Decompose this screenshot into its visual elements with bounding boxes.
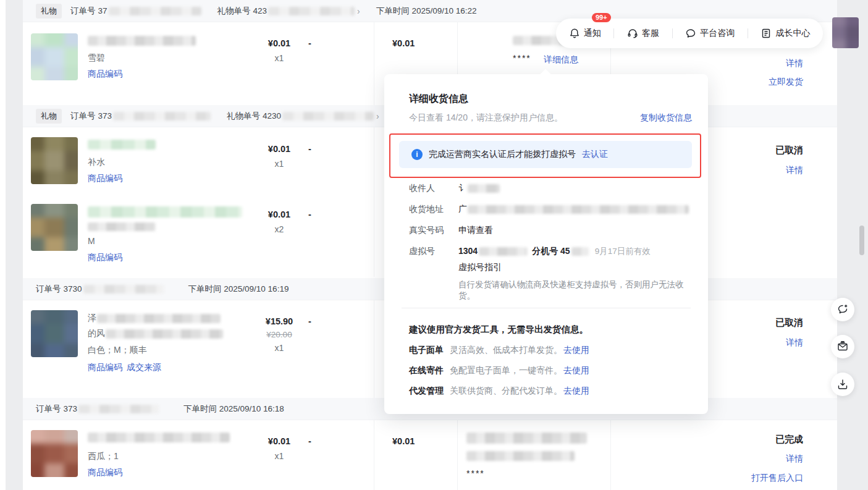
buyer-phone-mask: **** bbox=[466, 468, 485, 478]
platform-consult-button[interactable]: 平台咨询 bbox=[685, 28, 735, 39]
item-price: ¥0.01 bbox=[233, 209, 326, 219]
product-spec: 补水 bbox=[88, 157, 105, 168]
go-use-link[interactable]: 去使用 bbox=[563, 365, 589, 375]
order-total: ¥0.01 bbox=[392, 38, 415, 48]
product-spec: 雪碧 bbox=[88, 53, 105, 64]
tool-name: 代发管理 bbox=[409, 386, 444, 395]
tool-name: 电子面单 bbox=[409, 345, 444, 355]
avatar[interactable] bbox=[832, 17, 859, 48]
product-title-redacted bbox=[88, 433, 230, 442]
popup-view-quota: 今日查看 14/20，请注意保护用户信息。 bbox=[409, 112, 563, 124]
item-price: ¥0.01 bbox=[233, 38, 326, 48]
order-no-prefix: 373 bbox=[64, 404, 78, 413]
messages-fab[interactable] bbox=[831, 335, 854, 358]
virtual-number-guide-link[interactable]: 虚拟号指引 bbox=[458, 262, 502, 273]
product-image[interactable] bbox=[31, 137, 78, 184]
product-title-prefix: 泽 bbox=[88, 313, 96, 324]
gift-no-prefix: 423 bbox=[253, 6, 268, 15]
product-title-redacted bbox=[88, 140, 156, 150]
order-no-prefix: 373 bbox=[98, 111, 112, 120]
order-no-label: 订单号 bbox=[70, 111, 96, 122]
feedback-fab[interactable] bbox=[831, 298, 854, 321]
notification-count-badge: 99+ bbox=[592, 13, 611, 22]
item-price: ¥15.90 bbox=[233, 316, 326, 326]
realname-alert-banner: i 完成运营商实名认证后才能拨打虚拟号 去认证 bbox=[399, 141, 692, 168]
go-use-link[interactable]: 去使用 bbox=[563, 345, 589, 355]
product-code-link[interactable]: 商品编码 bbox=[88, 69, 122, 80]
growth-center-button[interactable]: 成长中心 bbox=[761, 28, 810, 39]
product-code-link[interactable]: 商品编码 bbox=[88, 467, 122, 478]
order-status: 已完成 bbox=[610, 434, 803, 446]
order-no-redacted bbox=[83, 285, 164, 294]
product-image[interactable] bbox=[31, 33, 78, 80]
gift-no-label: 礼物单号 bbox=[217, 6, 251, 17]
product-image[interactable] bbox=[31, 204, 78, 251]
deal-source-link[interactable]: 成交来源 bbox=[127, 362, 161, 373]
vertical-scrollbar[interactable] bbox=[859, 226, 864, 255]
order-time: 下单时间 2025/09/10 16:22 bbox=[376, 6, 477, 17]
product-image[interactable] bbox=[31, 310, 78, 357]
product-image[interactable] bbox=[31, 430, 78, 477]
buyer-phone-mask: **** bbox=[513, 53, 531, 63]
tool-desc: 关联供货商、分配代发订单。 bbox=[450, 386, 562, 395]
chevron-right-icon[interactable]: › bbox=[376, 111, 379, 121]
order-no-label: 订单号 bbox=[36, 284, 61, 295]
product-spec: 西瓜；1 bbox=[88, 451, 119, 462]
notifications-button[interactable]: 通知 bbox=[569, 28, 601, 39]
gift-no-redacted bbox=[282, 112, 374, 120]
customer-service-button[interactable]: 客服 bbox=[627, 28, 659, 39]
address-value: 广 bbox=[458, 204, 689, 215]
platform-consult-label: 平台咨询 bbox=[700, 28, 735, 39]
order-time: 下单时间 2025/09/10 16:19 bbox=[188, 284, 289, 295]
growth-doc-icon bbox=[761, 28, 772, 39]
order-detail-link[interactable]: 详情 bbox=[610, 58, 803, 69]
item-price: ¥0.01 bbox=[233, 144, 326, 154]
tool-row-ewaybill: 电子面单灵活高效、低成本打单发货。去使用 bbox=[409, 345, 589, 356]
product-title-redacted bbox=[88, 206, 242, 218]
copy-shipping-info-link[interactable]: 复制收货信息 bbox=[640, 112, 692, 124]
tool-name: 在线寄件 bbox=[409, 365, 444, 375]
aftersale-dash: - bbox=[308, 436, 311, 446]
aftersale-dash: - bbox=[308, 144, 311, 154]
mail-icon bbox=[836, 340, 849, 353]
product-code-link[interactable]: 商品编码 bbox=[88, 173, 122, 184]
import-fab[interactable] bbox=[831, 373, 854, 396]
real-number-label: 真实号码 bbox=[409, 225, 444, 236]
notifications-label: 通知 bbox=[584, 28, 601, 39]
buyer-address-redacted bbox=[466, 451, 575, 461]
detail-info-link[interactable]: 详细信息 bbox=[544, 54, 578, 65]
item-qty: x1 bbox=[233, 53, 326, 63]
popup-title: 详细收货信息 bbox=[409, 93, 468, 106]
aftersale-entry-link[interactable]: 打开售后入口 bbox=[610, 473, 803, 484]
chat-plus-icon bbox=[836, 303, 849, 316]
product-title-redacted bbox=[97, 314, 221, 323]
chevron-right-icon[interactable]: › bbox=[357, 6, 360, 16]
order-no-redacted bbox=[78, 405, 159, 413]
toolbar-divider bbox=[613, 28, 614, 38]
product-title-redacted bbox=[106, 329, 223, 339]
chat-bubble-icon bbox=[685, 28, 696, 39]
product-spec: M bbox=[88, 236, 95, 246]
address-label: 收货地址 bbox=[409, 204, 444, 215]
product-title-redacted bbox=[88, 36, 196, 46]
order-list-screen: 礼物 订单号 37 礼物单号 423 › 下单时间 2025/09/10 16:… bbox=[0, 0, 868, 490]
order-no-label: 订单号 bbox=[70, 6, 96, 17]
go-use-link[interactable]: 去使用 bbox=[563, 386, 589, 395]
tool-row-online-ship: 在线寄件免配置电子面单，一键寄件。去使用 bbox=[409, 365, 589, 376]
tool-row-dropship: 代发管理关联供货商、分配代发订单。去使用 bbox=[409, 386, 589, 397]
product-code-link[interactable]: 商品编码 bbox=[88, 362, 122, 373]
order-no-prefix: 37 bbox=[98, 6, 107, 15]
receiver-value: 讠 bbox=[458, 183, 500, 194]
product-title-prefix: 的风 bbox=[88, 328, 105, 339]
item-qty: x1 bbox=[233, 159, 326, 169]
aftersale-dash: - bbox=[308, 209, 311, 219]
apply-view-link[interactable]: 申请查看 bbox=[458, 225, 493, 236]
product-code-link[interactable]: 商品编码 bbox=[88, 252, 122, 263]
growth-center-label: 成长中心 bbox=[775, 28, 810, 39]
download-tray-icon bbox=[836, 378, 849, 391]
order-detail-link[interactable]: 详情 bbox=[610, 454, 803, 465]
gift-tag-badge: 礼物 bbox=[36, 4, 62, 19]
info-icon: i bbox=[411, 149, 423, 160]
aftersale-dash: - bbox=[308, 316, 311, 326]
go-verify-link[interactable]: 去认证 bbox=[582, 149, 608, 160]
